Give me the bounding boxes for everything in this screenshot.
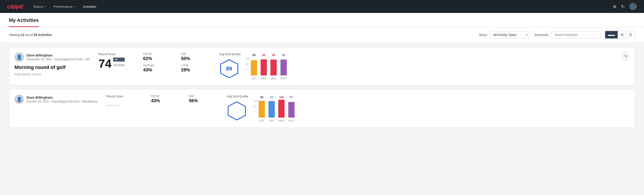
score-main-2 <box>106 100 142 106</box>
nav-activities[interactable]: Activities <box>80 3 100 10</box>
bar-arg-val-1: 89 <box>272 54 275 57</box>
avatar-icon: 👤 <box>630 4 635 9</box>
bar-arg-wrapper-1 <box>270 58 277 76</box>
svg-marker-1 <box>228 102 246 120</box>
one-putt-label-1: 1 Putt <box>181 64 210 67</box>
score-section-2: Round Score <box>106 94 142 106</box>
bar-putt-2: 87 PUTT <box>288 96 294 122</box>
performance-chevron-icon: ▾ <box>74 5 75 8</box>
fw-hit-row-1: FW Hit 62% <box>143 52 172 61</box>
stats-section-2: FW Hit 43% <box>151 94 180 106</box>
round-score-label-1: Round Score <box>99 52 134 56</box>
fw-hit-label-2: FW Hit <box>151 94 180 98</box>
gir-row-2: GIR 56% <box>189 94 218 103</box>
filter-bar: Viewing 12 out of 29 Activities Show: Al… <box>0 27 644 42</box>
y-label-100-2: 100 <box>254 100 257 102</box>
score-section-1: Round Score 74 +4 18 Holes <box>99 52 134 70</box>
one-putt-value-1: 28% <box>181 68 210 72</box>
activity-card-1: 👤 Dave Billingham December 05, 2021 · Go… <box>9 47 635 86</box>
bar-putt-1: 89 PUTT <box>280 54 287 80</box>
updown-label-1: Up/Down <box>143 64 172 67</box>
fw-hit-row-2: FW Hit 43% <box>151 94 180 103</box>
user-avatar-icon-2: 👤 <box>16 96 22 102</box>
gir-row-1: GIR 50% <box>181 52 210 61</box>
app-logo[interactable]: clippd <box>7 3 23 10</box>
bar-arg-1: 89 ARG <box>270 54 277 80</box>
bar-arg-label-2: ARG <box>279 119 284 122</box>
hexagon-2 <box>227 101 247 121</box>
keywords-label: Keywords: <box>535 33 549 36</box>
show-label: Show: <box>479 33 488 36</box>
bar-ott-label-1: OTT <box>252 77 256 80</box>
viewing-text: Viewing 12 out of 29 Activities <box>9 33 475 36</box>
bar-app-label-1: APP <box>261 77 266 80</box>
user-info-1: 👤 Dave Billingham December 05, 2021 · Go… <box>14 52 90 62</box>
bar-arg-val-2: 106 <box>279 96 284 99</box>
user-details-1: Dave Billingham December 05, 2021 · Gog … <box>26 53 90 61</box>
list-view-toggle[interactable]: ▬▬ <box>605 31 618 38</box>
keywords-input[interactable] <box>552 31 600 38</box>
bar-ott-1: 85 OTT <box>251 54 257 80</box>
bar-ott-wrapper-1 <box>251 58 257 76</box>
hex-score-1: 89 <box>226 66 232 72</box>
score-badge-1: +4 <box>113 58 124 62</box>
bar-putt-fill-2 <box>288 102 294 118</box>
y-label-100-1: 100 <box>246 58 250 60</box>
card-left-1: 👤 Dave Billingham December 05, 2021 · Go… <box>14 52 90 76</box>
score-number-1: 74 <box>99 58 112 70</box>
stats-section-2b: GIR 56% <box>189 94 218 106</box>
bar-putt-val-1: 89 <box>282 54 285 57</box>
user-date-2: October 16, 2021 · Gog Magog Golf Club -… <box>26 100 97 103</box>
stats-section-1: FW Hit 62% Up/Down 43% <box>143 52 172 75</box>
bar-app-wrapper-2 <box>268 100 275 118</box>
data-source-1: Data Source: Arccos <box>14 72 90 76</box>
user-details-2: Dave Billingham October 16, 2021 · Gog M… <box>26 96 97 103</box>
gir-value-1: 50% <box>181 56 210 61</box>
nav-right: ⊕ ↻ 👤 ▾ <box>613 3 637 10</box>
view-toggles: ▬▬ ⊞ ☰ <box>605 31 635 38</box>
bar-ott-val-2: 94 <box>260 96 263 99</box>
bar-putt-fill-1 <box>280 60 287 76</box>
navbar: clippd Teams ▾ Performance ▾ Activities … <box>0 0 644 13</box>
updown-row-1: Up/Down 43% <box>143 64 172 72</box>
round-score-label-2: Round Score <box>106 94 142 98</box>
user-date-1: December 05, 2021 · Gog Magog Golf Club … <box>26 58 90 61</box>
nav-teams[interactable]: Teams ▾ <box>30 3 49 10</box>
filter-keywords: Keywords: <box>535 31 600 38</box>
activities-content: 👤 Dave Billingham December 05, 2021 · Go… <box>0 42 644 136</box>
activity-card-2: 👤 Dave Billingham October 16, 2021 · Gog… <box>9 89 635 128</box>
bar-putt-label-2: PUTT <box>288 119 294 122</box>
user-avatar[interactable]: 👤 ▾ <box>629 3 637 10</box>
user-info-2: 👤 Dave Billingham October 16, 2021 · Gog… <box>14 94 97 104</box>
compact-view-toggle[interactable]: ☰ <box>626 31 635 38</box>
grid-view-toggle[interactable]: ⊞ <box>618 31 626 38</box>
bar-putt-wrapper-2 <box>288 100 294 118</box>
user-name-2: Dave Billingham <box>26 96 97 99</box>
activity-type-select[interactable]: All Activity Types <box>490 31 530 38</box>
add-icon[interactable]: ⊕ <box>613 4 616 9</box>
one-putt-row-1: 1 Putt 28% <box>181 64 210 72</box>
fw-hit-value-1: 62% <box>143 56 172 61</box>
bar-chart-1: 100 50 0 85 OTT <box>246 58 287 80</box>
bar-ott-fill-2 <box>259 101 265 118</box>
user-avatar-icon-1: 👤 <box>16 54 22 60</box>
quality-section-1: Avg Shot Quality 89 100 50 <box>219 52 613 80</box>
refresh-icon[interactable]: ↻ <box>621 4 625 9</box>
avg-shot-container-2: Avg Shot Quality 100 50 0 <box>227 94 294 122</box>
bars-container-2: 94 OTT 93 APP <box>259 100 294 122</box>
fw-hit-value-2: 43% <box>151 98 180 103</box>
edit-button-1[interactable]: ✎ <box>622 52 630 60</box>
user-name-1: Dave Billingham <box>26 53 90 57</box>
fw-hit-label-1: FW Hit <box>143 52 172 56</box>
score-placeholder-2 <box>106 105 120 106</box>
nav-performance[interactable]: Performance ▾ <box>50 3 78 10</box>
y-label-0-1: 0 <box>246 68 250 71</box>
bar-app-val-1: 90 <box>262 54 265 57</box>
score-main-1: 74 +4 18 Holes <box>99 58 134 70</box>
bar-app-2: 93 APP <box>268 96 275 122</box>
nav-links: Teams ▾ Performance ▾ Activities <box>30 3 606 10</box>
avatar-2: 👤 <box>14 94 24 104</box>
avatar-1: 👤 <box>14 52 24 62</box>
bar-app-label-2: APP <box>269 119 274 122</box>
activity-title-1: Morning round of golf <box>14 64 90 70</box>
